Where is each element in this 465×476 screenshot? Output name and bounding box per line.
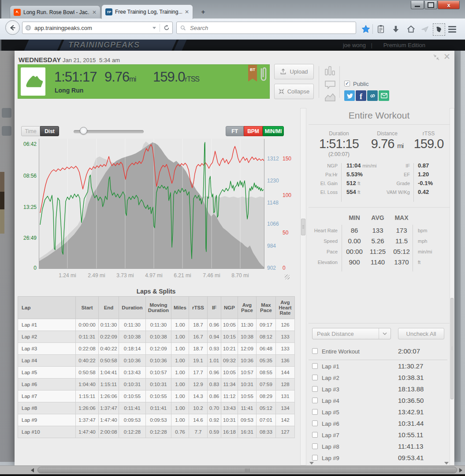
peak-checkbox[interactable] bbox=[312, 443, 318, 449]
new-tab-button[interactable]: + bbox=[197, 7, 209, 16]
tab-close-icon[interactable]: ✕ bbox=[92, 9, 97, 15]
peak-type-dropdown[interactable]: Peak Distance bbox=[312, 328, 391, 339]
table-row[interactable]: Lap #20:11:310:22:090:10:380:10:381.0016… bbox=[18, 331, 295, 343]
column-header[interactable]: Avg Pace bbox=[238, 297, 257, 319]
peak-list-item[interactable]: Lap #7 10:55.11 bbox=[309, 431, 450, 443]
public-label: Public bbox=[353, 81, 368, 87]
window-scrollbar[interactable] bbox=[460, 51, 465, 462]
peak-checkbox[interactable] bbox=[312, 386, 318, 392]
peak-checkbox[interactable] bbox=[312, 363, 318, 369]
table-row[interactable]: Lap #101:47:402:00:080:12:280:12:280.767… bbox=[18, 426, 295, 438]
peak-list-item[interactable]: Lap #2 10:38.31 bbox=[309, 374, 450, 385]
facebook-share-icon[interactable]: f bbox=[356, 90, 366, 101]
scroll-down-icon[interactable] bbox=[309, 462, 314, 465]
tab-strava[interactable]: Long Run. Rose Bowl - Jac... ✕ bbox=[10, 5, 100, 19]
column-header[interactable]: Max Pace bbox=[257, 297, 276, 319]
peak-list-item[interactable]: Lap #5 13:42.91 bbox=[309, 408, 450, 420]
back-button[interactable] bbox=[5, 20, 20, 35]
column-header[interactable]: IF bbox=[208, 297, 221, 319]
tab-close-icon[interactable]: ✕ bbox=[185, 9, 189, 15]
column-header[interactable]: End bbox=[99, 297, 119, 319]
minmi-series-button[interactable]: MIN/MI bbox=[263, 126, 284, 136]
peak-list-item[interactable]: Lap #8 11:41.13 bbox=[309, 443, 450, 454]
column-header[interactable]: NGP bbox=[221, 297, 238, 319]
window-close-button[interactable]: x bbox=[438, 1, 460, 9]
horizontal-scrollbar-thumb[interactable] bbox=[37, 467, 457, 473]
avg-value: 1140 bbox=[365, 258, 391, 266]
peak-checkbox[interactable] bbox=[312, 432, 318, 438]
ft-series-button[interactable]: FT bbox=[226, 126, 244, 136]
comments-icon[interactable] bbox=[324, 80, 336, 91]
upload-button[interactable]: Upload bbox=[274, 64, 314, 79]
search-input[interactable] bbox=[189, 24, 323, 32]
evernote-icon[interactable] bbox=[433, 23, 445, 36]
twitter-share-icon[interactable] bbox=[344, 90, 355, 101]
dist-toggle-button[interactable]: Dist bbox=[40, 126, 59, 136]
modal-close-icon[interactable]: ✕ bbox=[443, 52, 450, 62]
tab-trainingpeaks[interactable]: TP Free Training Log, Training... ✕ bbox=[101, 4, 193, 19]
peak-list-item[interactable]: Lap #6 10:31.44 bbox=[309, 420, 450, 431]
zoom-slider-handle[interactable] bbox=[80, 127, 87, 134]
scroll-left-icon[interactable] bbox=[31, 468, 34, 472]
table-row[interactable]: Lap #91:37:471:47:400:09:530:09:531.0014… bbox=[18, 414, 295, 426]
url-bar[interactable]: app.trainingpeaks.com bbox=[22, 22, 173, 34]
window-maximize-button[interactable] bbox=[424, 1, 437, 9]
downloads-icon[interactable] bbox=[391, 24, 401, 34]
column-header[interactable]: Moving Duration bbox=[146, 297, 171, 319]
window-minimize-button[interactable] bbox=[411, 1, 424, 9]
table-row[interactable]: Lap #61:04:401:15:110:10:310:10:311.0012… bbox=[18, 379, 295, 390]
link-share-icon[interactable] bbox=[367, 90, 378, 101]
peak-label: Lap #7 bbox=[322, 432, 339, 439]
peak-checkbox[interactable] bbox=[312, 409, 318, 415]
table-row[interactable]: Lap #50:50:581:04:410:13:430:10:571.0017… bbox=[18, 367, 295, 379]
chart-resize-grip[interactable] bbox=[285, 275, 290, 279]
bookmarks-clipboard-icon[interactable] bbox=[376, 24, 386, 34]
column-header[interactable]: Start bbox=[76, 297, 99, 319]
url-dropdown-icon[interactable] bbox=[153, 27, 156, 29]
table-row[interactable]: Lap #81:26:061:37:470:11:410:11:411.0010… bbox=[18, 402, 295, 414]
table-cell: 0:18:14 bbox=[119, 343, 146, 355]
user-name[interactable]: joe wong bbox=[343, 42, 366, 48]
modal-collapse-icon[interactable] bbox=[433, 54, 439, 62]
peak-checkbox[interactable] bbox=[312, 348, 318, 354]
bt-flag-ribbon[interactable]: BT bbox=[248, 65, 257, 82]
peak-list-item[interactable]: Lap #3 18:13.88 bbox=[309, 385, 450, 397]
workout-chart[interactable] bbox=[39, 139, 264, 269]
time-toggle-button[interactable]: Time bbox=[21, 126, 40, 136]
menu-hamburger-icon[interactable] bbox=[447, 24, 458, 34]
peak-checkbox[interactable] bbox=[312, 420, 318, 426]
main-scrollbar[interactable] bbox=[300, 108, 306, 465]
peak-list-item[interactable]: Lap #9 09:53.41 bbox=[309, 454, 450, 465]
peak-list-item[interactable]: Lap #4 10:36.50 bbox=[309, 397, 450, 408]
column-header[interactable]: Miles bbox=[171, 297, 189, 319]
reload-icon[interactable] bbox=[164, 25, 170, 31]
email-share-icon[interactable] bbox=[379, 90, 389, 101]
peak-checkbox[interactable] bbox=[312, 398, 318, 403]
share-plane-icon[interactable] bbox=[420, 24, 430, 34]
table-row[interactable]: Lap #10:00:000:11:300:11:300:11:301.0018… bbox=[18, 319, 295, 331]
scroll-right-icon[interactable] bbox=[459, 468, 462, 472]
paperclip-icon[interactable] bbox=[259, 66, 268, 85]
peak-checkbox[interactable] bbox=[312, 455, 318, 461]
search-box[interactable] bbox=[176, 22, 356, 34]
chart-view-icon[interactable] bbox=[324, 65, 336, 78]
table-row[interactable]: Lap #71:15:111:26:060:10:550:10:551.0014… bbox=[18, 390, 295, 402]
panel-scrollbar[interactable] bbox=[450, 108, 454, 465]
home-icon[interactable] bbox=[405, 24, 416, 34]
table-row[interactable]: Lap #30:22:080:40:220:18:140:12:091.0018… bbox=[18, 343, 295, 355]
area-chart-icon[interactable] bbox=[324, 93, 336, 104]
peak-list-item[interactable]: Lap #1 11:30.27 bbox=[309, 362, 450, 374]
column-header[interactable]: Duration bbox=[119, 297, 146, 319]
peak-checkbox[interactable] bbox=[312, 375, 318, 380]
peak-list-item[interactable]: Entire Workout 2:00:07 bbox=[309, 347, 450, 359]
collapse-button[interactable]: Collapse bbox=[274, 84, 314, 99]
column-header[interactable]: Lap bbox=[18, 297, 76, 319]
public-checkbox[interactable]: ✓ bbox=[344, 81, 350, 86]
table-row[interactable]: Lap #40:40:220:50:580:10:360:10:361.0019… bbox=[18, 355, 295, 367]
scroll-down-icon[interactable] bbox=[444, 462, 449, 465]
column-header[interactable]: rTSS bbox=[189, 297, 208, 319]
column-header[interactable]: Avg Heart Rate bbox=[276, 297, 295, 319]
uncheck-all-button[interactable]: Uncheck All bbox=[398, 328, 444, 339]
bookmark-star-icon[interactable] bbox=[361, 24, 371, 34]
bpm-series-button[interactable]: BPM bbox=[244, 126, 263, 136]
